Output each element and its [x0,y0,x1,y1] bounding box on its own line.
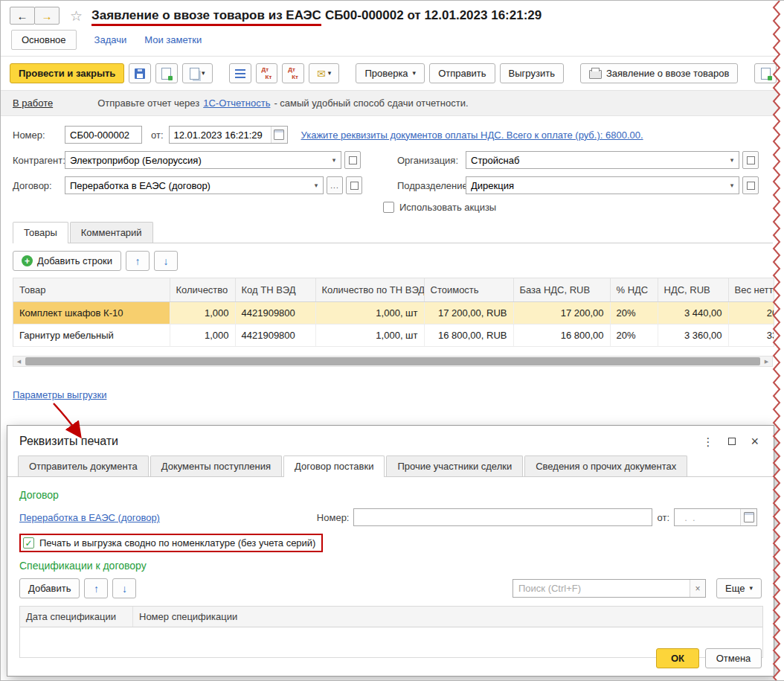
table-cell[interactable]: 20,000 [728,302,774,324]
spec-move-up-button[interactable]: ↑ [84,578,108,598]
cancel-button[interactable]: Отмена [705,648,762,668]
dialog-tab-receipt-documents[interactable]: Документы поступления [150,455,282,476]
maximize-icon[interactable] [728,438,736,445]
back-button[interactable]: ← [10,7,35,25]
export-params-link[interactable]: Параметры выгрузки [13,389,106,400]
show-postings-button[interactable]: ДтКт [256,63,278,83]
department-input[interactable] [466,177,725,194]
check-button[interactable]: Проверка▾ [356,63,425,83]
excise-checkbox[interactable] [383,202,394,213]
column-header[interactable]: % НДС [610,278,658,302]
table-cell[interactable]: 1,000, шт [315,302,424,324]
send-button[interactable]: Отправить [429,63,495,83]
add-rows-button[interactable]: +Добавить строки [13,251,121,271]
table-cell[interactable]: 1,000 [170,324,235,347]
move-down-button[interactable]: ↓ [154,251,178,271]
column-header[interactable]: Номер спецификации [133,607,762,627]
table-cell[interactable]: 3 440,00 [658,302,728,324]
column-header[interactable]: НДС, RUB [658,278,728,302]
contract-choose-button[interactable]: ... [327,176,343,194]
organization-open-button[interactable] [742,151,759,169]
table-cell[interactable]: 1,000, шт [315,324,424,347]
column-header[interactable]: Код ТН ВЭД [235,278,315,302]
print-application-button[interactable]: Заявление о ввозе товаров [580,63,738,83]
contractor-input[interactable] [65,152,327,168]
scroll-left-icon[interactable]: ◀ [13,357,25,366]
scrollbar-thumb[interactable] [25,357,760,365]
add-spec-button[interactable]: Добавить [19,578,80,598]
excise-checkbox-label[interactable]: Использовать акцизы [399,202,496,213]
summary-checkbox-label[interactable]: Печать и выгрузка сводно по номенклатуре… [39,537,315,549]
number-input[interactable] [65,126,142,144]
table-cell[interactable]: 20% [610,324,658,347]
spec-search-input[interactable] [513,580,690,597]
horizontal-scrollbar[interactable]: ◀ ▶ [13,356,773,367]
department-dropdown-button[interactable]: ▾ [725,177,739,194]
table-cell[interactable]: 1,000 [170,302,235,324]
tab-tasks[interactable]: Задачи [94,34,127,45]
column-header[interactable]: Стоимость [424,278,513,302]
dialog-tab-supply-contract[interactable]: Договор поставки [283,455,385,477]
tab-notes[interactable]: Мои заметки [144,34,202,45]
contract-dropdown-button[interactable]: ▾ [309,177,323,194]
tab-main[interactable]: Основное [11,30,77,50]
contractor-dropdown-button[interactable]: ▾ [327,152,341,168]
contractor-open-button[interactable] [344,151,361,169]
dialog-tab-other-documents[interactable]: Сведения о прочих документах [524,455,687,476]
move-up-button[interactable]: ↑ [126,251,150,271]
1c-reporting-link[interactable]: 1С-Отчетность [203,97,270,109]
table-cell[interactable]: Комплект шкафов К-10 [13,302,170,324]
save-button[interactable] [129,63,151,83]
contract-input[interactable] [65,177,309,194]
summary-checkbox[interactable]: ✓ [23,537,34,549]
contract-open-button[interactable] [346,176,362,194]
tab-comment[interactable]: Комментарий [70,222,153,243]
table-row[interactable]: Комплект шкафов К-10 1,000 4421909800 1,… [13,302,774,324]
organization-dropdown-button[interactable]: ▾ [725,152,739,168]
more-button[interactable]: Еще▾ [716,578,762,598]
table-cell[interactable]: 16 800,00 [513,324,610,347]
dialog-date-input[interactable] [675,509,740,525]
column-header[interactable]: Вес нетто, кг [728,278,774,302]
column-header[interactable]: Дата спецификации [20,607,133,627]
table-cell[interactable]: 3 360,00 [658,324,728,347]
dialog-number-input[interactable] [353,508,652,526]
dialog-tab-other-parties[interactable]: Прочие участники сделки [386,455,523,476]
table-cell[interactable]: Гарнитур мебельный [13,324,170,347]
post-document-button[interactable] [155,63,178,83]
scroll-right-icon[interactable]: ▶ [761,357,772,366]
table-cell[interactable]: 4421909800 [235,324,315,347]
document-structure-button[interactable] [229,63,251,83]
table-row[interactable]: Гарнитур мебельный 1,000 4421909800 1,00… [13,324,774,347]
contract-link[interactable]: Переработка в ЕАЭС (договор) [19,512,160,523]
ok-button[interactable]: ОК [656,648,699,668]
column-header[interactable]: Количество [170,278,235,302]
postings-report-button[interactable]: ДтКт [282,63,304,83]
table-cell[interactable]: 16 800,00, RUB [424,324,513,347]
export-button[interactable]: Выгрузить [500,63,564,83]
more-menu-icon[interactable]: ⋮ [702,436,713,447]
spec-move-down-button[interactable]: ↓ [112,578,136,598]
create-based-on-button[interactable]: ▾ [182,63,213,83]
forward-button[interactable]: → [34,7,60,25]
dialog-calendar-button[interactable] [740,509,756,525]
table-cell[interactable]: 4421909800 [235,302,315,324]
table-cell[interactable]: 17 200,00 [513,302,610,324]
department-open-button[interactable] [742,176,759,194]
spec-table-body[interactable] [20,627,762,657]
organization-input[interactable] [466,152,725,168]
table-cell[interactable]: 33,000 [728,324,774,347]
search-clear-button[interactable]: × [690,580,705,597]
clipped-toolbar-button[interactable] [754,63,777,83]
dialog-tab-sender[interactable]: Отправитель документа [18,455,149,476]
status-state-link[interactable]: В работе [13,97,53,109]
mail-button[interactable]: ✉▾ [309,63,339,83]
vat-payment-details-link[interactable]: Укажите реквизиты документов оплаты НДС.… [301,130,643,141]
post-and-close-button[interactable]: Провести и закрыть [10,63,124,83]
table-cell[interactable]: 20% [610,302,658,324]
column-header[interactable]: База НДС, RUB [513,278,610,302]
calendar-button[interactable] [271,127,287,143]
table-cell[interactable]: 17 200,00, RUB [424,302,513,324]
favorite-star-icon[interactable]: ☆ [70,7,83,25]
close-icon[interactable]: × [751,435,759,448]
